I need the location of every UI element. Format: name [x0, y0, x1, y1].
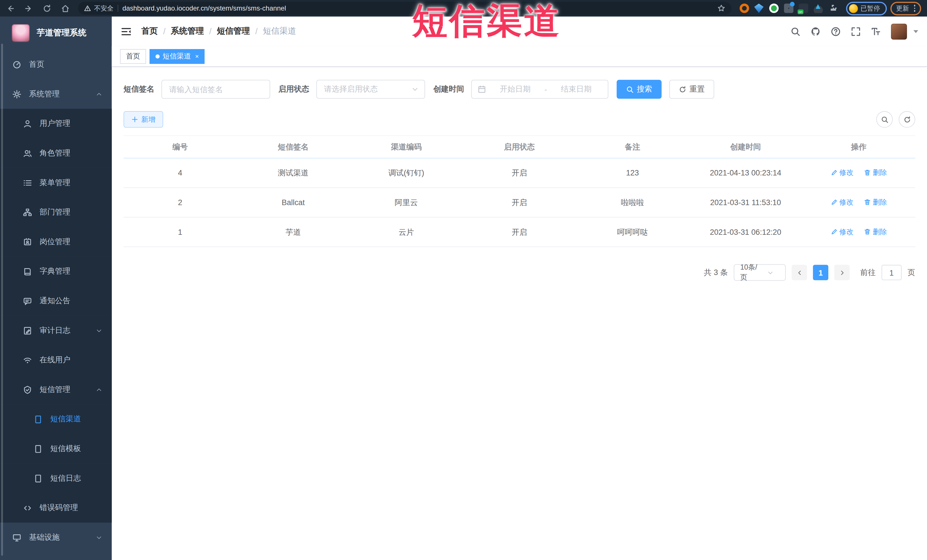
extensions-puzzle-icon[interactable] [828, 3, 837, 13]
col-signature: 短信签名 [237, 136, 350, 158]
emoji-avatar-icon [849, 4, 858, 12]
extension-grid-icon[interactable] [784, 3, 793, 13]
sidebar-item-sms-channel[interactable]: 短信渠道 [0, 404, 112, 434]
signature-input[interactable] [161, 80, 270, 99]
extension-sprout-icon[interactable] [813, 3, 822, 13]
online-signal-icon [23, 355, 32, 364]
fullscreen-icon[interactable] [851, 26, 861, 36]
delete-link[interactable]: 删除 [864, 227, 887, 237]
breadcrumb-system[interactable]: 系统管理 [171, 26, 204, 36]
cell-remark: 啦啦啦 [576, 188, 689, 217]
update-badge[interactable]: 更新 [890, 2, 921, 15]
sidebar-item-sms-log[interactable]: 短信日志 [0, 464, 112, 493]
table-row: 2 Ballcat 阿里云 开启 啦啦啦 2021-03-31 11:53:10… [123, 188, 915, 217]
sidebar-item-errorcode[interactable]: 错误码管理 [0, 493, 112, 523]
sidebar-toggle-icon[interactable] [121, 26, 132, 37]
sidebar-item-online-users[interactable]: 在线用户 [0, 345, 112, 375]
sidebar-item-infra[interactable]: 基础设施 [0, 523, 112, 552]
refresh-table-button[interactable] [899, 111, 915, 128]
warning-triangle-icon [84, 5, 91, 12]
cell-id: 4 [123, 158, 237, 188]
main-panel: 首页 / 系统管理 / 短信管理 / 短信渠道 [112, 17, 927, 560]
tab-close-icon[interactable]: × [195, 53, 199, 59]
cell-id: 2 [123, 188, 237, 217]
add-button[interactable]: 新增 [123, 111, 163, 128]
search-icon [881, 115, 889, 123]
sidebar-item-label: 审计日志 [40, 325, 70, 336]
user-avatar[interactable] [891, 23, 907, 39]
sidebar-item-system[interactable]: 系统管理 [0, 79, 112, 109]
sidebar-item-depts[interactable]: 部门管理 [0, 197, 112, 227]
logo-image [12, 24, 29, 42]
post-badge-icon [23, 237, 32, 246]
reset-button[interactable]: 重置 [669, 80, 714, 99]
sidebar-item-auditlog[interactable]: 审计日志 [0, 316, 112, 346]
next-page-button[interactable] [834, 265, 849, 280]
extension-green-icon[interactable] [769, 3, 778, 13]
tab-home[interactable]: 首页 [120, 49, 146, 64]
github-icon[interactable] [811, 26, 821, 36]
sidebar-item-posts[interactable]: 岗位管理 [0, 227, 112, 257]
start-date-placeholder[interactable]: 开始日期 [489, 84, 541, 94]
breadcrumb-home[interactable]: 首页 [141, 26, 158, 36]
pencil-icon [830, 169, 837, 176]
prev-page-button[interactable] [792, 265, 807, 280]
sidebar-item-menus[interactable]: 菜单管理 [0, 168, 112, 198]
cell-status: 开启 [463, 217, 576, 247]
extensions-row: on [739, 3, 837, 13]
sidebar-item-label: 基础设施 [29, 532, 60, 543]
edit-link[interactable]: 修改 [830, 227, 853, 237]
sidebar-item-sms-template[interactable]: 短信模板 [0, 434, 112, 464]
page-size-select[interactable]: 10条/页 [734, 264, 786, 281]
sidebar-item-notice[interactable]: 通知公告 [0, 286, 112, 316]
update-badge-label: 更新 [896, 4, 909, 12]
active-tab-dot [155, 54, 160, 58]
menu-list-icon [23, 178, 32, 187]
navbar-actions [790, 23, 918, 39]
search-button[interactable]: 搜索 [617, 80, 661, 99]
font-size-icon[interactable] [871, 26, 881, 36]
tab-sms-channel[interactable]: 短信渠道 × [149, 49, 205, 64]
help-icon[interactable] [831, 26, 840, 36]
end-date-placeholder[interactable]: 结束日期 [551, 84, 602, 94]
paused-badge[interactable]: 已暂停 [846, 2, 886, 15]
bookmark-star-icon[interactable] [717, 4, 725, 12]
back-icon[interactable] [6, 4, 15, 12]
status-select[interactable]: 请选择启用状态 [316, 80, 425, 99]
date-range-picker[interactable]: 开始日期 - 结束日期 [471, 80, 609, 99]
sidebar-item-label: 岗位管理 [40, 237, 70, 247]
delete-link-label: 删除 [873, 197, 887, 207]
col-id: 编号 [123, 136, 237, 158]
extension-gem-icon[interactable] [754, 3, 763, 13]
chevron-right-icon [839, 269, 845, 276]
sidebar-item-roles[interactable]: 角色管理 [0, 138, 112, 168]
goto-page-input[interactable] [881, 265, 902, 280]
page-number-current[interactable]: 1 [813, 265, 828, 280]
edit-link[interactable]: 修改 [830, 197, 853, 207]
table-tools [876, 111, 915, 128]
sidebar-item-dict[interactable]: 字典管理 [0, 256, 112, 286]
sidebar-item-users[interactable]: 用户管理 [0, 109, 112, 138]
avatar-caret-icon[interactable] [913, 30, 918, 33]
browser-menu-icon[interactable] [914, 5, 915, 12]
reload-icon[interactable] [43, 4, 52, 12]
search-icon[interactable] [790, 26, 801, 36]
address-bar[interactable]: 不安全 dashboard.yudao.iocoder.cn/system/sm… [78, 2, 731, 15]
delete-link[interactable]: 删除 [864, 197, 887, 207]
breadcrumb-separator: / [163, 27, 166, 36]
security-warning[interactable]: 不安全 [84, 4, 114, 12]
delete-link[interactable]: 删除 [864, 168, 887, 178]
toggle-search-button[interactable] [876, 111, 893, 128]
sidebar-item-sms[interactable]: 短信管理 [0, 375, 112, 405]
page-content: 短信签名 启用状态 请选择启用状态 创建时间 开始日期 - 结束日期 [112, 67, 927, 560]
extension-onoff-icon[interactable]: on [798, 3, 808, 13]
forward-icon[interactable] [24, 4, 33, 12]
breadcrumb-sms[interactable]: 短信管理 [217, 26, 250, 36]
page-size-value: 10条/页 [740, 263, 760, 282]
sidebar-logo[interactable]: 芋道管理系统 [0, 17, 112, 50]
extension-orange-icon[interactable] [739, 3, 749, 13]
sidebar-item-home[interactable]: 首页 [0, 50, 112, 79]
home-icon[interactable] [61, 4, 70, 12]
edit-link[interactable]: 修改 [830, 168, 853, 178]
sidebar-item-label: 错误码管理 [40, 502, 78, 513]
